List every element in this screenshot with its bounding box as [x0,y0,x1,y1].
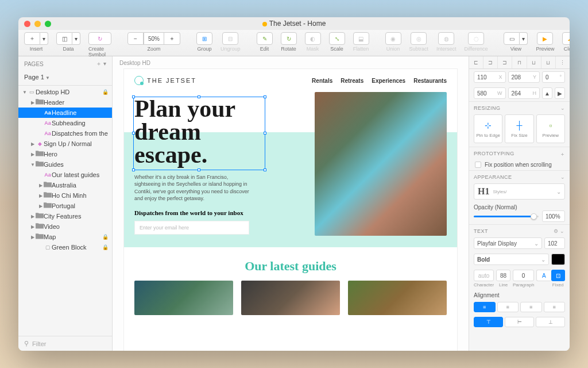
zoom-value[interactable]: 50% [144,32,164,45]
fixed-size-button[interactable]: ⊡ [551,270,565,281]
font-weight-selector[interactable]: Bold⌄ [474,254,549,265]
fix-size-button[interactable]: ┼Fix Size [505,114,533,143]
text-style-selector[interactable]: H1 Styles/ ⌄ [474,183,565,200]
layer-row[interactable]: AaDispatches from the [18,128,112,139]
align-bottom-button[interactable]: ⊔ [541,56,556,68]
page-selector[interactable]: Page 1▼ [18,71,112,86]
disclosure-arrow[interactable]: ▶ [30,152,36,157]
disclosure-arrow[interactable]: ▶ [30,235,36,240]
text-color-swatch[interactable] [551,254,565,265]
layer-row[interactable]: ▶Australia [18,180,112,190]
text-align-left-button[interactable]: ≡ [474,302,496,312]
position-x-input[interactable]: 110X [474,71,506,83]
disclosure-arrow[interactable]: ▼ [30,162,36,167]
layer-row[interactable]: AaSubheading [18,118,112,128]
ungroup-button[interactable]: ⊟ [222,32,238,45]
add-prototype-button[interactable]: ＋ [560,151,566,158]
disclosure-arrow[interactable]: ▶ [30,214,36,219]
filter-input[interactable]: ⚲ Filter [18,336,112,351]
rotate-button[interactable]: ↻ [281,32,297,45]
add-page-button[interactable]: ＋ ▾ [96,60,106,68]
disclosure-arrow[interactable]: ▶ [38,183,44,188]
layer-row[interactable]: ▼Guides [18,159,112,170]
edit-button[interactable]: ✎ [257,32,273,45]
create-symbol-button[interactable]: ↻ [88,32,111,45]
disclosure-arrow[interactable]: ▶ [30,224,36,229]
preview-button[interactable]: ▶ [537,32,553,45]
flatten-button[interactable]: ⬓ [353,32,369,45]
align-left-button[interactable]: ⊏ [469,56,483,68]
canvas[interactable]: Desktop HD THE JETSET RentalsRetreatsExp… [113,56,469,351]
disclosure-arrow[interactable]: ▶ [30,141,36,147]
data-button[interactable]: ◫ [56,32,72,45]
distribute-button[interactable]: ⋮ [556,56,570,68]
subtract-button[interactable]: ◎ [411,32,427,45]
opacity-slider[interactable] [474,216,539,217]
align-right-button[interactable]: ⊐ [498,56,512,68]
cloud-button[interactable]: ☁ [562,32,570,45]
chevron-down-icon[interactable]: ⌄ [560,105,566,111]
resize-preview-button[interactable]: ▫Preview [536,114,565,143]
view-dropdown[interactable]: ▾ [520,32,528,45]
layer-row[interactable]: ▶Hero [18,149,112,159]
intersect-button[interactable]: ◍ [438,32,454,45]
data-dropdown[interactable]: ▾ [72,32,80,45]
headline-text[interactable]: Plan your dream escape. [134,98,261,167]
insert-dropdown[interactable]: ▾ [40,32,48,45]
line-height-input[interactable]: 88 [496,270,510,281]
paragraph-spacing-input[interactable]: 0 [513,270,534,281]
layer-row[interactable]: ▢Green Block🔒 [18,242,112,252]
layer-row[interactable]: AaOur latest guides [18,170,112,180]
fix-scroll-checkbox[interactable]: Fix position when scrolling [469,159,570,170]
text-align-justify-button[interactable]: ≡ [544,302,566,312]
align-top-button[interactable]: ⊓ [512,56,527,68]
layer-name: City Features [44,213,109,220]
layer-row[interactable]: ▶Portugal [18,201,112,211]
layer-row[interactable]: ▶Map🔒 [18,232,112,242]
zoom-out-button[interactable]: − [127,32,144,45]
font-size-input[interactable]: 102 [544,237,565,249]
disclosure-arrow[interactable]: ▼ [22,90,28,95]
gear-icon[interactable]: ⚙ ⌄ [554,228,565,234]
flip-v-button[interactable]: ▶ [555,87,565,99]
pin-to-edge-button[interactable]: ⊹Pin to Edge [474,114,502,143]
layer-row[interactable]: ▶◆Sign Up / Normal [18,139,112,149]
search-icon: ⚲ [24,340,29,347]
font-family-selector[interactable]: Playfair Display⌄ [474,237,542,249]
opacity-value[interactable]: 100% [542,210,565,222]
layer-row[interactable]: ▶Header [18,97,112,108]
scale-button[interactable]: ⤡ [329,32,345,45]
width-input[interactable]: 580W [474,87,506,99]
height-input[interactable]: 264H [508,87,540,99]
layer-row[interactable]: ▼▭Desktop HD🔒 [18,87,112,97]
disclosure-arrow[interactable]: ▶ [38,193,44,198]
rotation-input[interactable]: 0° [542,71,565,83]
text-valign-bottom-button[interactable]: ⊥ [536,317,565,327]
position-y-input[interactable]: 208Y [508,71,540,83]
layer-row[interactable]: ▶City Features [18,211,112,221]
align-center-h-button[interactable]: ⊐ [483,56,498,68]
zoom-in-button[interactable]: + [164,32,180,45]
layer-row[interactable]: ▶Video [18,221,112,232]
disclosure-arrow[interactable]: ▶ [30,100,36,105]
group-button[interactable]: ⊞ [196,32,212,45]
difference-button[interactable]: ◌ [468,32,484,45]
align-middle-button[interactable]: ⊔ [527,56,541,68]
mask-button[interactable]: ◐ [305,32,321,45]
text-align-center-button[interactable]: ≡ [497,302,519,312]
character-spacing-input[interactable]: auto [474,270,494,281]
chevron-down-icon[interactable]: ⌄ [560,174,566,180]
disclosure-arrow[interactable]: ▶ [38,204,44,209]
auto-width-button[interactable]: A [536,270,551,281]
view-button[interactable]: ▭ [504,32,520,45]
flip-h-button[interactable]: ▲ [542,87,552,99]
text-align-right-button[interactable]: ≡ [520,302,542,312]
artboard-label[interactable]: Desktop HD [119,60,150,66]
logo: THE JETSET [134,76,196,85]
union-button[interactable]: ◉ [385,32,401,45]
text-valign-top-button[interactable]: ⊤ [474,317,503,327]
text-valign-middle-button[interactable]: ⊢ [505,317,534,327]
layer-row[interactable]: AaHeadline [18,108,112,118]
layer-row[interactable]: ▶Ho Chi Minh [18,190,112,201]
insert-button[interactable]: ＋ [24,32,40,45]
